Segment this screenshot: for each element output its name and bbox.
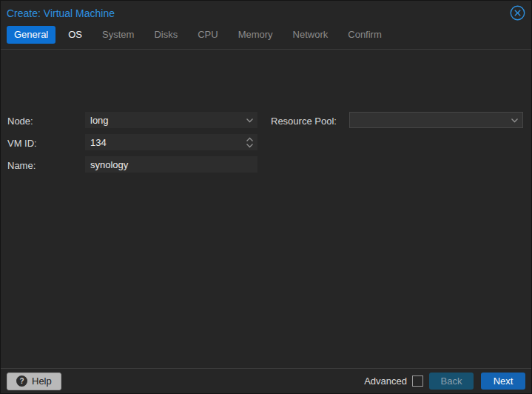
chevron-down-icon[interactable] bbox=[246, 118, 254, 123]
dialog-footer: ? Help Advanced Back Next bbox=[1, 368, 531, 393]
advanced-label: Advanced bbox=[364, 375, 407, 387]
node-select-value[interactable] bbox=[85, 112, 246, 128]
tab-memory: Memory bbox=[231, 26, 280, 44]
close-icon bbox=[510, 5, 525, 21]
name-input-value[interactable] bbox=[85, 156, 257, 173]
chevron-down-icon[interactable] bbox=[511, 118, 519, 123]
tab-network: Network bbox=[286, 26, 336, 44]
name-label: Name: bbox=[7, 160, 36, 171]
tab-confirm: Confirm bbox=[340, 26, 389, 44]
tab-system: System bbox=[95, 26, 141, 44]
footer-actions: Advanced Back Next bbox=[364, 373, 525, 390]
node-select[interactable] bbox=[85, 112, 257, 128]
name-input[interactable] bbox=[85, 156, 257, 173]
tab-os[interactable]: OS bbox=[61, 26, 90, 44]
vmid-input-value[interactable] bbox=[85, 134, 246, 150]
general-form: Node: VM ID: Name: Resource Pool: bbox=[1, 53, 531, 368]
help-button[interactable]: ? Help bbox=[7, 373, 61, 390]
next-button[interactable]: Next bbox=[481, 373, 525, 390]
tab-general[interactable]: General bbox=[7, 26, 55, 44]
resource-pool-select[interactable] bbox=[349, 112, 523, 128]
tab-cpu: CPU bbox=[190, 26, 225, 44]
help-button-label: Help bbox=[32, 375, 52, 387]
tab-disks: Disks bbox=[147, 26, 185, 44]
dialog-titlebar: Create: Virtual Machine bbox=[1, 1, 531, 26]
spinner-up-down-icon[interactable] bbox=[246, 137, 254, 148]
resource-pool-label: Resource Pool: bbox=[271, 116, 337, 127]
vmid-label: VM ID: bbox=[7, 138, 37, 149]
node-label: Node: bbox=[7, 116, 33, 127]
dialog-title: Create: Virtual Machine bbox=[7, 7, 115, 20]
question-mark-icon: ? bbox=[16, 375, 27, 387]
create-vm-dialog: Create: Virtual Machine General OS Syste… bbox=[0, 0, 532, 394]
tab-bar: General OS System Disks CPU Memory Netwo… bbox=[1, 26, 531, 50]
advanced-checkbox[interactable] bbox=[412, 375, 423, 387]
close-button[interactable] bbox=[510, 5, 525, 21]
resource-pool-select-value[interactable] bbox=[350, 113, 511, 127]
vmid-input[interactable] bbox=[85, 134, 257, 150]
back-button[interactable]: Back bbox=[429, 373, 474, 390]
